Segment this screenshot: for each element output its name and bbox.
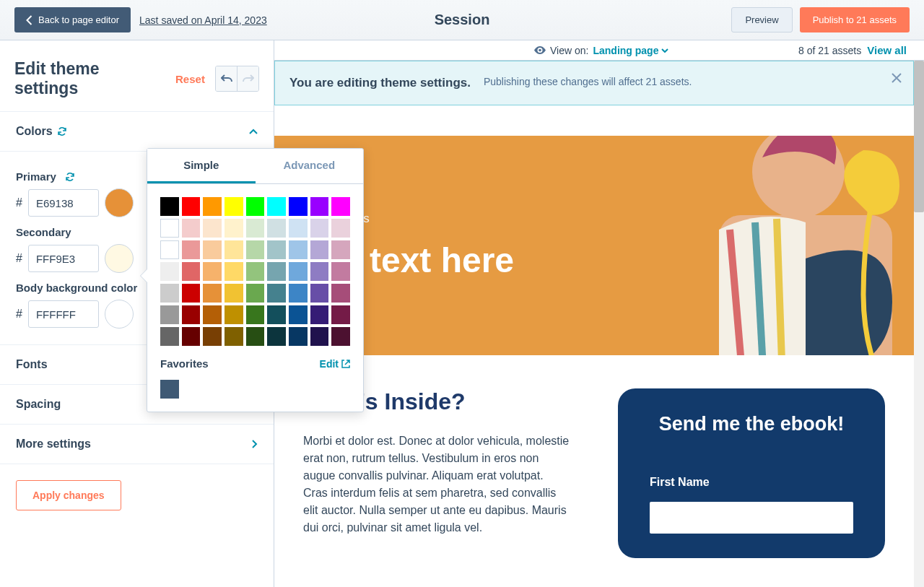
color-cell[interactable] [310,284,329,303]
chevron-right-icon [252,440,258,448]
external-link-icon [341,360,350,368]
color-cell[interactable] [331,305,350,324]
color-cell[interactable] [225,219,243,238]
color-cell[interactable] [246,219,265,238]
favorites-label: Favorites [160,357,209,370]
color-cell[interactable] [182,219,201,238]
color-cell[interactable] [331,240,350,259]
publish-button[interactable]: Publish to 21 assets [800,7,910,32]
color-cell[interactable] [160,219,179,238]
color-cell[interactable] [267,327,286,346]
color-cell[interactable] [203,305,222,324]
color-cell[interactable] [225,197,243,216]
primary-hex-input[interactable] [28,189,99,217]
color-cell[interactable] [289,327,308,346]
color-cell[interactable] [225,240,243,259]
close-icon[interactable] [892,73,902,83]
preview-button[interactable]: Preview [731,7,792,32]
color-cell[interactable] [310,219,329,238]
tab-simple[interactable]: Simple [147,149,256,183]
color-cell[interactable] [246,327,265,346]
color-cell[interactable] [246,240,265,259]
color-cell[interactable] [310,262,329,281]
first-name-input[interactable] [650,502,853,534]
color-cell[interactable] [289,284,308,303]
color-cell[interactable] [267,284,286,303]
color-cell[interactable] [203,240,222,259]
viewon-value: Landing page [593,45,658,56]
edit-label: Edit [320,358,339,370]
color-cell[interactable] [246,262,265,281]
color-cell[interactable] [225,327,243,346]
back-button[interactable]: Back to page editor [14,7,131,32]
color-cell[interactable] [267,197,286,216]
edit-favorites-link[interactable]: Edit [320,358,350,370]
color-cell[interactable] [160,305,179,324]
color-cell[interactable] [182,284,201,303]
secondary-swatch[interactable] [105,244,134,273]
color-cell[interactable] [160,262,179,281]
tab-advanced[interactable]: Advanced [256,149,364,183]
body-bg-swatch[interactable] [105,300,134,329]
color-cell[interactable] [203,284,222,303]
color-cell[interactable] [310,240,329,259]
back-label: Back to page editor [38,14,119,25]
color-cell[interactable] [182,305,201,324]
color-cell[interactable] [182,262,201,281]
scrollbar[interactable] [914,61,924,587]
color-cell[interactable] [203,197,222,216]
color-cell[interactable] [160,240,179,259]
scrollbar-thumb[interactable] [914,61,924,212]
color-cell[interactable] [289,197,308,216]
color-cell[interactable] [246,284,265,303]
caret-down-icon [661,48,668,53]
undo-button[interactable] [216,66,237,91]
color-cell[interactable] [203,327,222,346]
primary-swatch[interactable] [105,188,134,217]
color-cell[interactable] [331,219,350,238]
color-cell[interactable] [267,305,286,324]
color-cell[interactable] [160,197,179,216]
color-cell[interactable] [225,305,243,324]
view-all-link[interactable]: View all [867,44,907,56]
color-cell[interactable] [310,327,329,346]
viewon-label: View on: [550,45,588,56]
color-cell[interactable] [331,197,350,216]
color-cell[interactable] [182,240,201,259]
secondary-hex-input[interactable] [28,245,99,272]
color-cell[interactable] [267,262,286,281]
color-cell[interactable] [203,262,222,281]
color-cell[interactable] [289,305,308,324]
color-cell[interactable] [267,219,286,238]
color-cell[interactable] [289,219,308,238]
color-cell[interactable] [289,240,308,259]
color-cell[interactable] [246,305,265,324]
color-cell[interactable] [310,197,329,216]
color-cell[interactable] [267,240,286,259]
color-cell[interactable] [160,284,179,303]
section-more[interactable]: More settings [0,425,274,464]
body-bg-hex-input[interactable] [28,300,99,328]
color-cell[interactable] [289,262,308,281]
color-cell[interactable] [225,262,243,281]
last-saved-link[interactable]: Last saved on April 14, 2023 [139,14,267,26]
color-cell[interactable] [246,197,265,216]
color-cell[interactable] [160,327,179,346]
color-cell[interactable] [310,305,329,324]
color-cell[interactable] [225,284,243,303]
form-heading: Send me the ebook! [650,413,853,435]
viewon-dropdown[interactable]: Landing page [593,45,668,56]
color-cell[interactable] [331,327,350,346]
color-cell[interactable] [182,327,201,346]
color-cell[interactable] [331,262,350,281]
hash-symbol: # [16,252,22,265]
favorite-swatch[interactable] [160,380,179,399]
redo-button[interactable] [237,66,258,91]
reset-link[interactable]: Reset [175,73,205,85]
color-cell[interactable] [331,284,350,303]
svg-point-0 [539,49,541,52]
apply-changes-button[interactable]: Apply changes [16,480,121,510]
color-cell[interactable] [182,197,201,216]
section-colors[interactable]: Colors [0,112,274,152]
color-cell[interactable] [203,219,222,238]
